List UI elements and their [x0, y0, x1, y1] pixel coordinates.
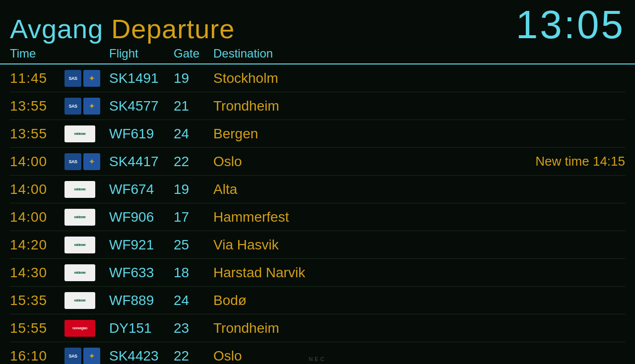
airline-logo: SAS✦ [64, 98, 104, 115]
flight-number: WF889 [104, 293, 174, 308]
flight-number: WF619 [104, 126, 174, 142]
flight-number: DY151 [104, 320, 174, 336]
column-headers: Time Flight Gate Destination [0, 47, 635, 64]
col-header-time: Time [10, 47, 64, 61]
flight-destination: Stockholm [213, 70, 625, 86]
flight-time: 14:00 [10, 154, 64, 170]
flight-destination: Harstad Narvik [213, 265, 625, 281]
flight-gate: 22 [174, 348, 213, 364]
flight-number: WF633 [104, 265, 174, 281]
flight-time: 15:55 [10, 320, 64, 336]
airline-logo: widerøe [64, 209, 104, 226]
flight-gate: 25 [174, 237, 213, 253]
flight-number: WF674 [104, 182, 174, 197]
flight-number: SK4417 [104, 154, 174, 170]
clock-display: 13:05 [516, 5, 625, 45]
airline-logo: SAS✦ [64, 70, 104, 87]
airline-logo: norwegian [64, 320, 104, 337]
flight-number: SK4577 [104, 98, 174, 114]
flight-gate: 24 [174, 293, 213, 308]
col-header-gate: Gate [174, 47, 213, 61]
flight-destination: Trondheim [213, 320, 625, 336]
flight-time: 14:20 [10, 237, 64, 253]
airline-logo: SAS✦ [64, 153, 104, 170]
flight-time: 11:45 [10, 70, 64, 86]
flight-time: 16:10 [10, 348, 64, 364]
flight-destination: Via Hasvik [213, 237, 625, 253]
flight-gate: 24 [174, 126, 213, 142]
flight-row: 15:35widerøeWF88924Bodø [10, 287, 625, 314]
flight-row: 15:55norwegianDY15123Trondheim [10, 314, 625, 342]
flight-time: 15:35 [10, 293, 64, 308]
airline-logo: widerøe [64, 292, 104, 309]
flight-row: 14:30widerøeWF63318Harstad Narvik [10, 259, 625, 287]
header: Avgang Departure 13:05 [0, 0, 635, 47]
flight-row: 14:00SAS✦SK441722OsloNew time 14:15 [10, 148, 625, 176]
manufacturer-label: NEC [309, 356, 326, 362]
flight-destination: Hammerfest [213, 209, 625, 225]
flight-row: 14:00widerøeWF90617Hammerfest [10, 203, 625, 231]
flight-time: 13:55 [10, 126, 64, 142]
flight-note: New time 14:15 [535, 154, 625, 169]
flight-number: SK4423 [104, 348, 174, 364]
airline-logo: widerøe [64, 181, 104, 198]
header-titles: Avgang Departure [10, 13, 235, 44]
flight-destination: Trondheim [213, 98, 625, 114]
flight-row: 11:45SAS✦SK149119Stockholm [10, 64, 625, 92]
flight-time: 14:00 [10, 182, 64, 197]
flight-destination: Alta [213, 182, 625, 197]
flight-row: 14:20widerøeWF92125Via Hasvik [10, 231, 625, 259]
col-header-destination: Destination [213, 47, 625, 61]
airline-logo: widerøe [64, 237, 104, 253]
flight-gate: 18 [174, 265, 213, 281]
departure-board: Avgang Departure 13:05 Time Flight Gate … [0, 0, 635, 364]
flight-gate: 22 [174, 154, 213, 170]
col-header-flight: Flight [104, 47, 174, 61]
flight-time: 14:00 [10, 209, 64, 225]
flight-gate: 19 [174, 182, 213, 197]
flight-row: 13:55widerøeWF61924Bergen [10, 120, 625, 148]
flight-gate: 21 [174, 98, 213, 114]
title-english: Departure [111, 13, 235, 44]
flight-number: SK1491 [104, 70, 174, 86]
flight-destination: Bodø [213, 293, 625, 308]
flight-gate: 23 [174, 320, 213, 336]
flight-row: 13:55SAS✦SK457721Trondheim [10, 92, 625, 120]
flight-gate: 19 [174, 70, 213, 86]
airline-logo: SAS✦ [64, 348, 104, 364]
flight-gate: 17 [174, 209, 213, 225]
flight-number: WF906 [104, 209, 174, 225]
flight-time: 14:30 [10, 265, 64, 281]
airline-logo: widerøe [64, 264, 104, 281]
airline-logo: widerøe [64, 125, 104, 142]
title-norwegian: Avgang [10, 13, 103, 44]
flight-destination: Bergen [213, 126, 625, 142]
flight-row: 14:00widerøeWF67419Alta [10, 176, 625, 203]
flight-number: WF921 [104, 237, 174, 253]
flight-time: 13:55 [10, 98, 64, 114]
flight-destination: Oslo [213, 348, 625, 364]
flights-list: 11:45SAS✦SK149119Stockholm13:55SAS✦SK457… [0, 64, 635, 364]
